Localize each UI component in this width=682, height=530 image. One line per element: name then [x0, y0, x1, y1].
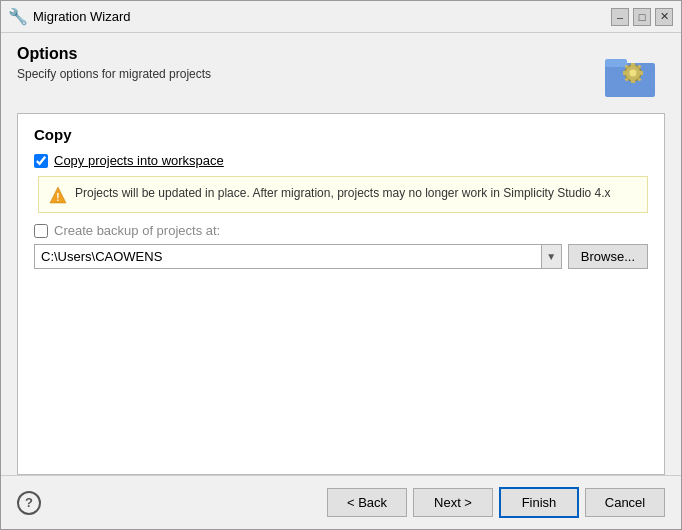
svg-rect-5 [631, 79, 635, 83]
copy-projects-label[interactable]: Copy projects into workspace [54, 153, 224, 168]
browse-button[interactable]: Browse... [568, 244, 648, 269]
maximize-button[interactable]: □ [633, 8, 651, 26]
path-dropdown-button[interactable]: ▼ [541, 245, 561, 268]
finish-button[interactable]: Finish [499, 487, 579, 518]
path-input-wrapper: ▼ [34, 244, 562, 269]
warning-text: Projects will be updated in place. After… [75, 185, 611, 202]
wizard-icon [601, 45, 665, 101]
footer-buttons: < Back Next > Finish Cancel [327, 487, 665, 518]
window-controls: – □ ✕ [611, 8, 673, 26]
page-subtitle: Specify options for migrated projects [17, 67, 211, 81]
main-panel: Copy Copy projects into workspace ! Proj… [17, 113, 665, 475]
header-text: Options Specify options for migrated pro… [17, 45, 211, 81]
copy-projects-row: Copy projects into workspace [34, 153, 648, 168]
warning-icon: ! [49, 186, 67, 204]
title-bar: 🔧 Migration Wizard – □ ✕ [1, 1, 681, 33]
page-title: Options [17, 45, 211, 63]
copy-panel-title: Copy [34, 126, 648, 143]
svg-text:!: ! [56, 192, 59, 203]
migration-wizard-window: 🔧 Migration Wizard – □ ✕ Options Specify… [0, 0, 682, 530]
app-icon: 🔧 [9, 8, 27, 26]
backup-row: Create backup of projects at: [34, 223, 648, 238]
backup-label[interactable]: Create backup of projects at: [54, 223, 220, 238]
warning-box: ! Projects will be updated in place. Aft… [38, 176, 648, 213]
svg-rect-4 [631, 63, 635, 67]
minimize-button[interactable]: – [611, 8, 629, 26]
path-row: ▼ Browse... [34, 244, 648, 269]
svg-rect-6 [623, 71, 627, 75]
back-button[interactable]: < Back [327, 488, 407, 517]
cancel-button[interactable]: Cancel [585, 488, 665, 517]
svg-rect-1 [605, 59, 627, 67]
header-section: Options Specify options for migrated pro… [17, 45, 665, 101]
footer-left: ? [17, 491, 327, 515]
window-title: Migration Wizard [33, 9, 611, 24]
path-input[interactable] [35, 245, 541, 268]
svg-rect-7 [639, 71, 643, 75]
header-icon-svg [601, 45, 665, 101]
close-button[interactable]: ✕ [655, 8, 673, 26]
svg-point-3 [630, 70, 637, 77]
help-button[interactable]: ? [17, 491, 41, 515]
copy-projects-checkbox[interactable] [34, 154, 48, 168]
footer-bar: ? < Back Next > Finish Cancel [1, 475, 681, 529]
next-button[interactable]: Next > [413, 488, 493, 517]
backup-checkbox[interactable] [34, 224, 48, 238]
content-area: Options Specify options for migrated pro… [1, 33, 681, 475]
